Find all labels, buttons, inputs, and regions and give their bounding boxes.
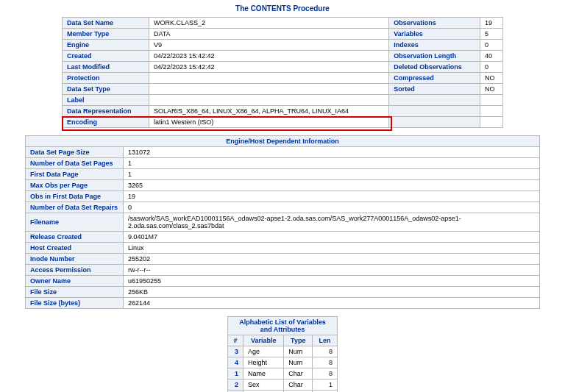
var-name: Age: [243, 346, 283, 357]
meta-value: [149, 84, 388, 95]
engine-row: Filename/saswork/SAS_workEAD10001156A_od…: [26, 213, 540, 232]
engine-row: Max Obs per Page3265: [26, 180, 540, 191]
engine-row: Number of Data Set Pages1: [26, 158, 540, 169]
meta-value: SOLARIS_X86_64, LINUX_X86_64, ALPHA_TRU6…: [149, 106, 388, 117]
meta-label: Observation Length: [389, 51, 480, 62]
engine-row: Obs in First Data Page19: [26, 191, 540, 202]
metadata-row: ProtectionCompressedNO: [63, 73, 503, 84]
meta-value: 5: [480, 29, 502, 40]
meta-value: [149, 95, 388, 106]
meta-value: [480, 117, 502, 128]
meta-label: Last Modified: [63, 62, 149, 73]
engine-label: Access Permission: [26, 265, 124, 276]
meta-label: Label: [63, 95, 149, 106]
metadata-table: Data Set NameWORK.CLASS_2Observations19M…: [62, 17, 503, 128]
meta-value: 04/22/2023 15:42:42: [149, 51, 388, 62]
engine-row: Owner Nameu61950255: [26, 276, 540, 287]
var-num: 2: [228, 379, 244, 391]
meta-label: Member Type: [63, 29, 149, 40]
meta-value: WORK.CLASS_2: [149, 18, 388, 29]
col-type: Type: [284, 335, 313, 346]
engine-label: Number of Data Set Pages: [26, 158, 124, 169]
engine-label: Inode Number: [26, 254, 124, 265]
variables-header: Alphabetic List of Variables and Attribu…: [228, 317, 338, 335]
variables-table: Alphabetic List of Variables and Attribu…: [227, 316, 338, 392]
engine-row: Release Created9.0401M7: [26, 232, 540, 243]
metadata-row: Label: [63, 95, 503, 106]
meta-label: Deleted Observations: [389, 62, 480, 73]
engine-row: First Data Page1: [26, 169, 540, 180]
col-len: Len: [313, 335, 338, 346]
meta-label: Observations: [389, 18, 480, 29]
engine-label: Obs in First Data Page: [26, 191, 124, 202]
variable-row: 2SexChar1: [228, 379, 338, 391]
meta-label: Encoding: [63, 117, 149, 128]
metadata-row: Last Modified04/22/2023 15:42:42Deleted …: [63, 62, 503, 73]
engine-label: Owner Name: [26, 276, 124, 287]
engine-row: File Size (bytes)262144: [26, 298, 540, 309]
variable-row: 3AgeNum8: [228, 346, 338, 357]
engine-value: 1: [124, 158, 540, 169]
metadata-row: Member TypeDATAVariables5: [63, 29, 503, 40]
engine-host-table: Engine/Host Dependent Information Data S…: [25, 135, 540, 309]
metadata-row: Data Set TypeSortedNO: [63, 84, 503, 95]
meta-value: DATA: [149, 29, 388, 40]
engine-label: Data Set Page Size: [26, 147, 124, 158]
engine-label: Release Created: [26, 232, 124, 243]
var-type: Num: [284, 346, 313, 357]
meta-value: 40: [480, 51, 502, 62]
engine-value: /saswork/SAS_workEAD10001156A_odaws02-ap…: [124, 213, 540, 232]
meta-value: 04/22/2023 15:42:42: [149, 62, 388, 73]
variable-row: 4HeightNum8: [228, 357, 338, 368]
engine-value: 256KB: [124, 287, 540, 298]
engine-label: Max Obs per Page: [26, 180, 124, 191]
meta-value: NO: [480, 84, 502, 95]
engine-row: Access Permissionrw-r--r--: [26, 265, 540, 276]
engine-value: 255202: [124, 254, 540, 265]
var-type: Char: [284, 368, 313, 379]
meta-value: 0: [480, 62, 502, 73]
meta-label: Variables: [389, 29, 480, 40]
meta-value: [480, 106, 502, 117]
meta-label: [389, 117, 480, 128]
var-len: 8: [313, 346, 338, 357]
meta-value: [480, 95, 502, 106]
engine-value: Linux: [124, 243, 540, 254]
var-name: Height: [243, 357, 283, 368]
meta-value: latin1 Western (ISO): [149, 117, 388, 128]
engine-value: 0: [124, 202, 540, 213]
meta-value: [149, 73, 388, 84]
engine-value: 19: [124, 191, 540, 202]
procedure-title: The CONTENTS Procedure: [6, 4, 559, 13]
engine-value: 262144: [124, 298, 540, 309]
engine-value: u61950255: [124, 276, 540, 287]
meta-label: Compressed: [389, 73, 480, 84]
meta-label: Data Set Name: [63, 18, 149, 29]
meta-label: Sorted: [389, 84, 480, 95]
engine-label: First Data Page: [26, 169, 124, 180]
metadata-row: Encodinglatin1 Western (ISO): [63, 117, 503, 128]
meta-label: Data Representation: [63, 106, 149, 117]
engine-label: File Size (bytes): [26, 298, 124, 309]
engine-value: 3265: [124, 180, 540, 191]
meta-label: Indexes: [389, 40, 480, 51]
engine-label: Filename: [26, 213, 124, 232]
var-len: 1: [313, 379, 338, 391]
engine-label: Host Created: [26, 243, 124, 254]
engine-value: 1: [124, 169, 540, 180]
metadata-row: Data RepresentationSOLARIS_X86_64, LINUX…: [63, 106, 503, 117]
var-len: 8: [313, 357, 338, 368]
meta-label: [389, 95, 480, 106]
var-name: Name: [243, 368, 283, 379]
engine-host-header: Engine/Host Dependent Information: [26, 136, 540, 147]
engine-row: File Size256KB: [26, 287, 540, 298]
meta-label: Data Set Type: [63, 84, 149, 95]
engine-row: Host CreatedLinux: [26, 243, 540, 254]
meta-label: [389, 106, 480, 117]
meta-value: 0: [480, 40, 502, 51]
meta-value: NO: [480, 73, 502, 84]
engine-row: Inode Number255202: [26, 254, 540, 265]
var-num: 4: [228, 357, 244, 368]
engine-value: 9.0401M7: [124, 232, 540, 243]
engine-value: rw-r--r--: [124, 265, 540, 276]
